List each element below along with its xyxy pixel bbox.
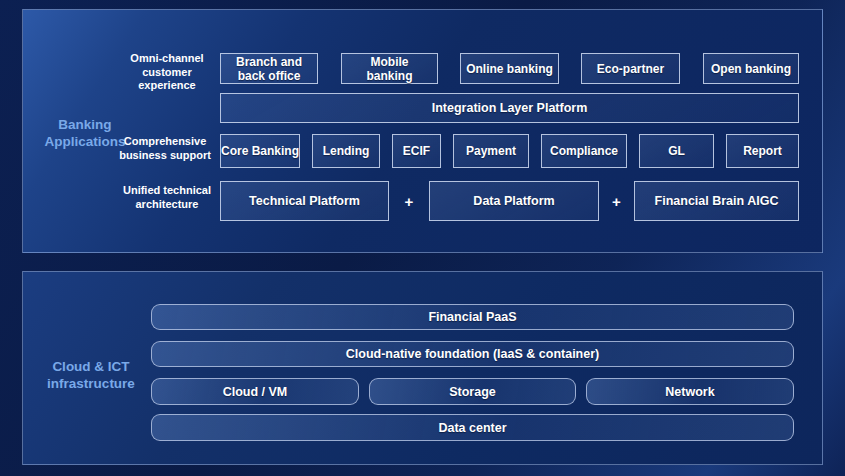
box-gl: GL <box>639 134 714 168</box>
box-cloud-native-foundation: Cloud-native foundation (IaaS & containe… <box>151 341 794 367</box>
box-compliance: Compliance <box>541 134 627 168</box>
box-technical-platform: Technical Platform <box>220 181 389 221</box>
box-core-banking: Core Banking <box>220 134 300 168</box>
integration-layer-platform-bar: Integration Layer Platform <box>220 93 799 123</box>
box-network: Network <box>586 378 794 405</box>
box-branch-and-back-office: Branch and back office <box>220 53 318 84</box>
box-storage: Storage <box>369 378 576 405</box>
plus-separator-icon: + <box>389 181 429 221</box>
box-ecif: ECIF <box>392 134 441 168</box>
plus-separator-icon: + <box>599 181 634 221</box>
box-data-platform: Data Platform <box>429 181 599 221</box>
banking-applications-panel: Banking Applications Omni-channel custom… <box>22 9 823 253</box>
cloud-ict-infrastructure-panel: Cloud & ICT infrastructure Financial Paa… <box>22 271 823 465</box>
box-data-center: Data center <box>151 414 794 441</box>
box-lending: Lending <box>312 134 380 168</box>
box-financial-brain-aigc: Financial Brain AIGC <box>634 181 799 221</box>
box-online-banking: Online banking <box>460 53 559 84</box>
box-open-banking: Open banking <box>703 53 799 84</box>
box-mobile-banking: Mobile banking <box>341 53 438 84</box>
row-label-unified-architecture: Unified technical architecture <box>117 184 217 211</box>
row-label-business-support: Comprehensive business support <box>113 135 217 162</box>
row-label-omni-channel: Omni-channel customer experience <box>119 52 215 93</box>
box-payment: Payment <box>453 134 529 168</box>
cloud-ict-section-label: Cloud & ICT infrastructure <box>29 359 153 392</box>
box-cloud-vm: Cloud / VM <box>151 378 359 405</box>
box-report: Report <box>726 134 799 168</box>
box-financial-paas: Financial PaaS <box>151 304 794 330</box>
box-eco-partner: Eco-partner <box>581 53 680 84</box>
